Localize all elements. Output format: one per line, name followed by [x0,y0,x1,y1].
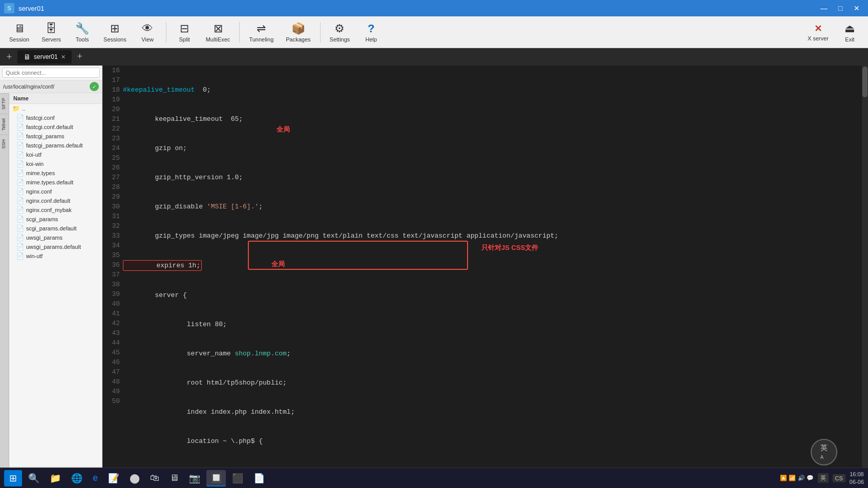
taskbar-pdf[interactable]: 📄 [249,470,269,486]
session-icon: 🖥 [14,22,25,35]
file-icon-8: 📄 [16,179,24,186]
sidebar-path-bar: ✓ [0,80,102,93]
sidebar-tab-sftp[interactable]: SFTP [0,93,9,114]
file-item-fastcgi-params-default[interactable]: 📄 fastcgi_params.default [9,141,102,150]
toolbar-session[interactable]: 🖥 Session [4,18,34,46]
file-item-uwsgi-params-default[interactable]: 📄 uwsgi_params.default [9,242,102,251]
file-item-fastcgi-params[interactable]: 📄 fastcgi_params [9,132,102,141]
toolbar-settings[interactable]: ⚙ Settings [325,18,355,46]
file-item-parent[interactable]: 📁 .. [9,104,102,113]
edge-taskbar-icon: 🌐 [71,473,82,484]
file-item-scgi-params[interactable]: 📄 scgi_params [9,215,102,224]
file-item-nginx-conf-mybak[interactable]: 📄 nginx.conf_mybak [9,205,102,215]
file-icon-14: 📄 [16,234,24,241]
toolbar-split[interactable]: ⊟ Split [171,18,199,46]
taskbar-store[interactable]: 🛍 [146,470,163,486]
taskbar-files[interactable]: 📁 [46,470,65,486]
toolbar-help[interactable]: ? Help [357,18,385,46]
taskbar-chrome[interactable]: ⬤ [125,470,144,486]
taskbar-securecrt[interactable]: 🔲 [206,470,226,486]
taskbar-ie[interactable]: e [89,470,102,486]
taskbar-terminal[interactable]: ⬛ [228,470,247,486]
file-icon-10: 📄 [16,197,24,204]
tunneling-icon: ⇌ [257,22,266,35]
toolbar-tunneling-label: Tunneling [249,36,273,43]
code-content[interactable]: #keepalive_timeout 0; keepalive_timeout … [123,66,862,476]
path-input[interactable] [3,83,88,90]
toolbar-tools-label: Tools [76,36,89,43]
file-item-nginx-conf[interactable]: 📄 nginx.conf [9,187,102,196]
file-item-win-utf[interactable]: 📄 win-utf [9,251,102,261]
close-button[interactable]: ✕ [850,3,864,14]
taskbar-ime[interactable]: 英 [818,473,829,483]
path-ok-button[interactable]: ✓ [90,82,99,91]
toolbar-tunneling[interactable]: ⇌ Tunneling [244,18,279,46]
taskbar-time: 16:08 [850,471,864,478]
editor-area: 1617181920 2122232425 2627282930 3132333… [102,66,868,488]
toolbar-tools[interactable]: 🔧 Tools [68,18,96,46]
start-icon: ⊞ [9,473,17,484]
taskbar-clock: 16:08 06-06 [850,471,864,485]
file-name-7: mime.types [26,170,55,176]
packages-icon: 📦 [291,22,305,35]
file-item-scgi-params-default[interactable]: 📄 scgi_params.default [9,224,102,233]
file-item-fastcgi-conf[interactable]: 📄 fastcgi.conf [9,113,102,122]
code-container[interactable]: 1617181920 2122232425 2627282930 3132333… [102,66,868,476]
taskbar-office[interactable]: 📝 [104,470,123,486]
tab-server01[interactable]: 🖥 server01 ✕ [17,50,72,63]
toolbar-xserver[interactable]: ✕ X server [802,18,834,46]
files-taskbar-icon: 📁 [50,473,61,484]
tab-close-icon[interactable]: ✕ [61,54,66,60]
toolbar-servers[interactable]: 🗄 Servers [36,18,66,46]
office-taskbar-icon: 📝 [108,473,119,484]
file-item-koi-utf[interactable]: 📄 koi-utf [9,150,102,159]
file-name-15: uwsgi_params.default [26,244,81,250]
file-item-uwsgi-params[interactable]: 📄 uwsgi_params [9,233,102,242]
toolbar-sessions[interactable]: ⊞ Sessions [98,18,132,46]
taskbar-right: 🔼 📶 🔊 💬 英 CS 16:08 06-06 [780,471,864,485]
store-taskbar-icon: 🛍 [150,473,159,483]
tab-new-button[interactable]: + [2,50,16,63]
toolbar-multiexec[interactable]: ⊠ MultiExec [201,18,236,46]
toolbar-help-label: Help [366,36,377,43]
toolbar-packages[interactable]: 📦 Packages [281,18,315,46]
toolbar-multiexec-label: MultiExec [206,36,230,43]
quick-connect-input[interactable] [2,68,100,78]
tab-add-button[interactable]: + [73,50,87,63]
editor-scrollbar[interactable] [862,66,868,476]
taskbar-photo[interactable]: 📷 [185,470,204,486]
maximize-button[interactable]: □ [833,3,848,14]
taskbar-search[interactable]: 🔍 [24,470,44,486]
file-item-koi-win[interactable]: 📄 koi-win [9,159,102,168]
file-name-2: fastcgi.conf.default [26,124,73,130]
taskbar-remote[interactable]: 🖥 [165,470,183,486]
sidebar-tab-rlogin[interactable]: SSH [0,135,9,153]
sidebar-search-area [0,66,102,80]
taskbar-date: 06-06 [850,478,864,485]
help-icon: ? [368,22,374,35]
taskbar-start[interactable]: ⊞ [4,470,22,486]
toolbar-settings-label: Settings [330,36,350,43]
scrollbar-thumb[interactable] [862,67,867,97]
minimize-button[interactable]: — [817,3,831,14]
sidebar-tab-telnet[interactable]: Telnet [0,114,9,135]
tab-icon: 🖥 [24,53,31,61]
file-item-fastcgi-conf-default[interactable]: 📄 fastcgi.conf.default [9,122,102,132]
chrome-taskbar-icon: ⬤ [130,473,140,484]
file-icon-15: 📄 [16,243,24,250]
taskbar-edge[interactable]: 🌐 [67,470,87,486]
toolbar-servers-label: Servers [41,36,61,43]
file-name-3: fastcgi_params [26,133,65,139]
file-item-mime-types-default[interactable]: 📄 mime.types.default [9,178,102,187]
toolbar-exit[interactable]: ⏏ Exit [836,18,864,46]
toolbar-view[interactable]: 👁 View [134,18,162,46]
file-item-nginx-conf-default[interactable]: 📄 nginx.conf.default [9,196,102,205]
file-icon-9: 📄 [16,188,24,195]
file-item-mime-types[interactable]: 📄 mime.types [9,168,102,178]
ime-floating-badge[interactable]: 英A [811,439,837,465]
file-name-8: mime.types.default [26,179,73,185]
toolbar-sessions-label: Sessions [103,36,126,43]
remote-taskbar-icon: 🖥 [170,473,179,483]
ie-taskbar-icon: e [93,473,98,483]
taskbar-ime2[interactable]: CS [833,474,845,482]
